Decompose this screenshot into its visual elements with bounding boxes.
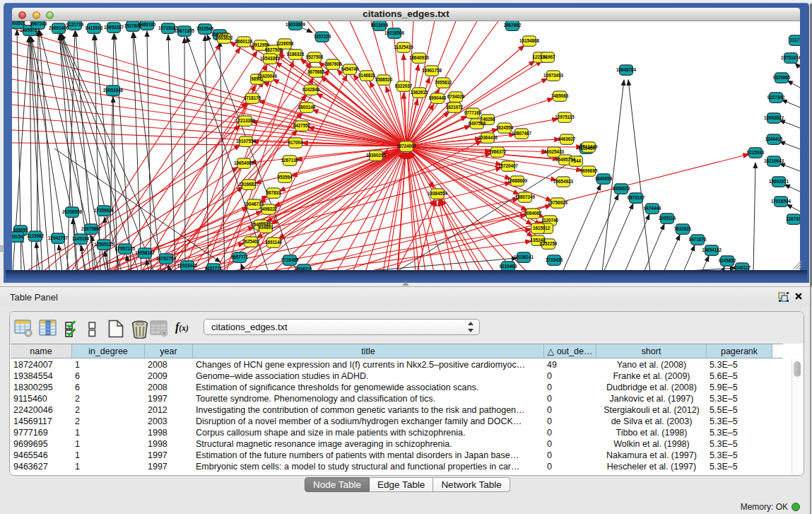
svg-text:9699695: 9699695 <box>580 168 598 173</box>
svg-text:917004: 917004 <box>288 140 303 145</box>
svg-text:8215933: 8215933 <box>747 150 765 155</box>
svg-text:20364436: 20364436 <box>478 135 498 140</box>
svg-text:19384554: 19384554 <box>428 191 448 196</box>
svg-text:1615: 1615 <box>533 226 543 230</box>
svg-text:9329966: 9329966 <box>773 75 791 80</box>
svg-text:8813054: 8813054 <box>371 23 389 28</box>
svg-text:867833: 867833 <box>266 190 281 195</box>
svg-text:953594: 953594 <box>277 175 293 180</box>
svg-text:16154808: 16154808 <box>519 38 540 43</box>
svg-text:8936211: 8936211 <box>295 267 313 270</box>
svg-text:17016504: 17016504 <box>771 199 792 204</box>
svg-text:3267130: 3267130 <box>281 158 299 163</box>
svg-text:10807487: 10807487 <box>512 131 532 136</box>
svg-text:9657771: 9657771 <box>231 255 249 259</box>
svg-text:6879197: 6879197 <box>628 195 645 200</box>
svg-text:8471676: 8471676 <box>689 237 707 242</box>
svg-text:16782759: 16782759 <box>156 256 177 261</box>
svg-text:17957225: 17957225 <box>115 246 136 251</box>
svg-text:191967: 191967 <box>540 54 555 59</box>
svg-text:17359924: 17359924 <box>94 208 114 213</box>
svg-text:9474444: 9474444 <box>644 206 661 211</box>
svg-text:2867608: 2867608 <box>324 62 342 66</box>
svg-text:746266: 746266 <box>480 117 495 122</box>
svg-text:10973493: 10973493 <box>543 73 564 78</box>
svg-text:9463627: 9463627 <box>558 136 576 141</box>
svg-text:12975115: 12975115 <box>555 115 575 119</box>
svg-text:19958167: 19958167 <box>135 250 155 255</box>
svg-text:12505115: 12505115 <box>94 242 114 247</box>
svg-text:1691144: 1691144 <box>265 240 283 245</box>
svg-text:8322037: 8322037 <box>395 83 413 88</box>
svg-text:9716485: 9716485 <box>281 257 299 262</box>
svg-text:15692971: 15692971 <box>769 179 789 184</box>
svg-text:1244415: 1244415 <box>765 136 783 141</box>
svg-text:6210463: 6210463 <box>500 264 517 269</box>
svg-text:18807249: 18807249 <box>515 194 536 199</box>
svg-text:1115682: 1115682 <box>27 233 44 238</box>
svg-text:20053346: 20053346 <box>103 88 124 93</box>
svg-text:16210643: 16210643 <box>764 158 784 163</box>
svg-text:7644: 7644 <box>571 158 582 163</box>
svg-text:12342757: 12342757 <box>48 235 69 240</box>
svg-text:7663822: 7663822 <box>216 35 233 40</box>
svg-text:10543362: 10543362 <box>260 56 281 61</box>
svg-text:9084067: 9084067 <box>524 211 542 216</box>
svg-text:8660124: 8660124 <box>235 39 253 44</box>
svg-text:10025433: 10025433 <box>544 149 565 154</box>
svg-text:19654983: 19654983 <box>234 160 254 165</box>
svg-text:16136141: 16136141 <box>514 255 534 259</box>
svg-text:934891: 934891 <box>258 225 273 230</box>
svg-text:1145194: 1145194 <box>72 236 90 241</box>
svg-text:20206556: 20206556 <box>62 209 83 214</box>
svg-text:15751074: 15751074 <box>781 55 800 60</box>
svg-text:7357224: 7357224 <box>314 34 331 39</box>
svg-text:12213389: 12213389 <box>235 118 256 123</box>
svg-text:1120746: 1120746 <box>541 218 559 223</box>
svg-text:2803144: 2803144 <box>298 105 316 110</box>
svg-text:9657771: 9657771 <box>205 266 223 270</box>
svg-text:22420046: 22420046 <box>257 74 278 78</box>
svg-text:18724007: 18724007 <box>396 144 417 148</box>
svg-text:8958923: 8958923 <box>613 186 630 191</box>
svg-text:8427552: 8427552 <box>293 123 311 128</box>
svg-text:7955812: 7955812 <box>435 80 452 85</box>
svg-text:11171: 11171 <box>790 37 800 42</box>
svg-text:1733426: 1733426 <box>546 257 563 262</box>
svg-text:9777169: 9777169 <box>464 110 482 115</box>
svg-text:18640910: 18640910 <box>409 55 430 60</box>
svg-text:39154: 39154 <box>12 234 23 239</box>
svg-text:9498222: 9498222 <box>260 206 278 211</box>
svg-text:1362615: 1362615 <box>411 90 428 95</box>
svg-text:23975867: 23975867 <box>81 226 102 231</box>
svg-text:8990448: 8990448 <box>429 95 447 100</box>
svg-text:16033809: 16033809 <box>286 22 306 27</box>
svg-text:10046718: 10046718 <box>244 201 264 206</box>
svg-text:8186328: 8186328 <box>287 52 305 57</box>
svg-text:2935114: 2935114 <box>659 216 676 221</box>
svg-text:7986372: 7986372 <box>489 149 507 154</box>
svg-text:116753: 116753 <box>787 216 800 221</box>
svg-text:7625402: 7625402 <box>242 239 260 244</box>
svg-text:8454749: 8454749 <box>341 66 359 71</box>
svg-text:6466160: 6466160 <box>139 22 156 27</box>
svg-text:14055712: 14055712 <box>20 28 40 33</box>
svg-text:1588520: 1588520 <box>375 77 393 82</box>
svg-text:15720407: 15720407 <box>498 163 519 168</box>
svg-text:7632621: 7632621 <box>674 226 692 231</box>
svg-text:18300295: 18300295 <box>366 153 387 158</box>
svg-text:2887682: 2887682 <box>504 23 522 28</box>
svg-text:135248: 135248 <box>530 238 546 243</box>
svg-text:11325419: 11325419 <box>394 45 413 49</box>
svg-text:7515546: 7515546 <box>196 26 214 31</box>
svg-text:16648784: 16648784 <box>616 67 637 72</box>
svg-text:6734028: 6734028 <box>447 94 465 99</box>
svg-text:8912954: 8912954 <box>252 42 270 47</box>
svg-text:10688609: 10688609 <box>507 178 528 183</box>
svg-text:10654112: 10654112 <box>702 247 722 252</box>
svg-text:10107554: 10107554 <box>236 139 257 144</box>
svg-text:9827509: 9827509 <box>265 47 283 52</box>
svg-text:12923448: 12923448 <box>177 263 198 268</box>
svg-text:12093822: 12093822 <box>764 115 784 120</box>
svg-text:3624554: 3624554 <box>496 125 514 130</box>
